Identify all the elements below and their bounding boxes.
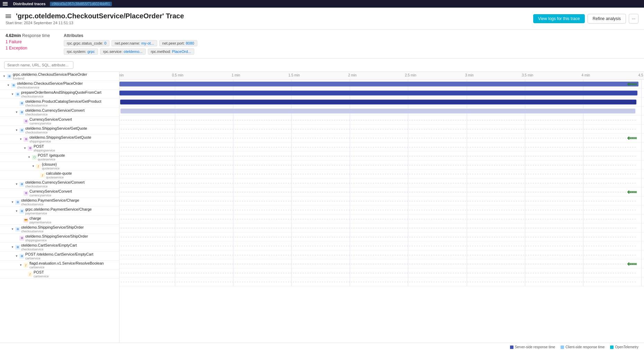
green-arrow-indicator: ⟸ xyxy=(627,188,637,195)
more-options-button[interactable]: ··· xyxy=(629,14,638,24)
timeline-vline xyxy=(641,178,642,187)
view-logs-button[interactable]: View logs for this trace xyxy=(533,14,585,23)
attributes-section: Attributes rpc.grpc.status_code: 0 net.p… xyxy=(64,33,197,55)
span-label-row[interactable]: ▼⊞oteldemo.PaymentService/Chargecheckout… xyxy=(0,198,119,207)
nav-brand[interactable]: Distributed traces xyxy=(13,2,46,6)
span-name: oteldemo.CurrencyService/Convert xyxy=(25,180,84,185)
span-label-row[interactable]: 💳chargepaymentservice xyxy=(0,216,119,225)
span-toggle[interactable]: ▼ xyxy=(11,93,14,96)
span-toggle[interactable]: ▼ xyxy=(15,255,18,258)
span-label-row[interactable]: ▼ƒ{closure}quoteservice xyxy=(0,162,119,171)
span-toggle[interactable]: ▼ xyxy=(15,210,18,213)
time-tick: 4 min xyxy=(582,73,590,77)
time-tick: 1 min xyxy=(232,73,240,77)
span-toggle[interactable]: ▼ xyxy=(15,129,18,132)
span-toggle[interactable]: ▼ xyxy=(7,84,10,87)
span-label-row[interactable]: ▼⬡POST /getquotequoteservice xyxy=(0,153,119,162)
span-icon-gear: ⚙ xyxy=(19,236,24,241)
span-icon-gear: ⚙ xyxy=(24,191,28,196)
span-service: checkoutservice xyxy=(25,113,84,117)
timeline-vline xyxy=(641,89,642,97)
span-label-row[interactable]: ▼⊞grpc.oteldemo.PaymentService/Chargepay… xyxy=(0,207,119,216)
span-label-row[interactable]: ▼⊞POST /oteldemo.CartService/EmptyCartca… xyxy=(0,252,119,261)
span-toggle[interactable]: ▼ xyxy=(19,138,23,141)
span-toggle[interactable]: ▼ xyxy=(19,264,23,267)
attributes-title: Attributes xyxy=(64,33,197,38)
span-toggle[interactable]: ▼ xyxy=(2,75,6,78)
span-toggle[interactable] xyxy=(15,237,18,240)
span-label-row[interactable]: ⚙CurrencyService/Convertcurrencyservice xyxy=(0,189,119,198)
span-toggle[interactable] xyxy=(36,174,39,177)
span-label-row[interactable]: ▼⊞oteldemo.CartService/EmptyCartcheckout… xyxy=(0,243,119,252)
span-label-row[interactable]: ▼⊞oteldemo.CurrencyService/Convertchecko… xyxy=(0,108,119,117)
span-toggle[interactable] xyxy=(19,192,23,195)
span-toggle[interactable]: ▼ xyxy=(11,246,14,249)
failure-stat[interactable]: 1 Failure xyxy=(6,39,50,44)
span-toggle[interactable]: ▼ xyxy=(23,147,27,150)
search-input[interactable] xyxy=(4,61,73,69)
span-text: chargepaymentservice xyxy=(29,216,51,224)
stats-bar: 4.62min Response time 1 Failure 1 Except… xyxy=(0,30,644,58)
span-service: quoteservice xyxy=(42,167,60,171)
span-label-row[interactable]: ▼⚙oteldemo.ShippingService/GetQuoteshipp… xyxy=(0,135,119,144)
span-label-row[interactable]: ƒPOSTcartservice xyxy=(0,270,119,279)
exception-stat[interactable]: 1 Exception xyxy=(6,46,50,50)
span-label-row[interactable]: ▼⊞grpc.oteldemo.CheckoutService/PlaceOrd… xyxy=(0,72,119,81)
span-label-row[interactable]: ▼⊞oteldemo.CurrencyService/Convertchecko… xyxy=(0,180,119,189)
span-toggle[interactable]: ▼ xyxy=(32,165,35,168)
span-empty-line xyxy=(121,129,637,129)
span-label-row[interactable]: ▼⊞oteldemo.ShippingService/ShipOrderchec… xyxy=(0,225,119,234)
refine-analysis-button[interactable]: Refine analysis xyxy=(588,14,626,24)
timeline-panel[interactable]: 0 min0.5 min1 min1.5 min2 min2.5 min3 mi… xyxy=(119,72,644,343)
span-text: oteldemo.ShippingService/GetQuoteshippin… xyxy=(29,135,91,144)
time-tick: 1.5 min xyxy=(288,73,300,77)
span-service: frontend xyxy=(13,77,87,81)
span-icon-service: ⊞ xyxy=(15,245,20,250)
hamburger-icon[interactable] xyxy=(3,2,8,6)
timeline-row xyxy=(119,89,644,98)
span-toggle[interactable]: ▼ xyxy=(11,201,14,204)
span-label-row[interactable]: ▼⊞prepareOrderItemsAndShippingQuoteFromC… xyxy=(0,90,119,99)
attr-badge-4[interactable]: rpc.service: oteldemo... xyxy=(100,48,146,55)
span-text: POST /oteldemo.CartService/EmptyCartcart… xyxy=(25,252,93,260)
span-icon-service: ⊞ xyxy=(19,182,24,187)
span-name: POST /getquote xyxy=(38,153,65,158)
span-toggle[interactable]: ▼ xyxy=(15,111,18,114)
span-toggle[interactable] xyxy=(23,273,27,276)
time-tick: 0 min xyxy=(119,73,124,77)
attr-badge-1[interactable]: net.peer.name: my-ot... xyxy=(111,40,157,46)
span-toggle[interactable] xyxy=(19,219,23,222)
span-label-row[interactable]: ⚙CurrencyService/Convertcurrencyservice xyxy=(0,117,119,126)
span-service: shippingservice xyxy=(34,149,55,153)
span-text: CurrencyService/Convertcurrencyservice xyxy=(29,117,72,126)
span-empty-line xyxy=(121,120,637,120)
span-icon-service: ⊞ xyxy=(11,83,16,88)
span-toggle[interactable] xyxy=(19,120,23,123)
span-label-row[interactable]: ⚙oteldemo.ShippingService/ShipOrdershipp… xyxy=(0,234,119,243)
span-label-row[interactable]: ⊞oteldemo.ProductCatalogService/GetProdu… xyxy=(0,99,119,108)
span-text: grpc.oteldemo.CheckoutService/PlaceOrder… xyxy=(13,72,87,81)
green-arrow-indicator: ⟸ xyxy=(627,135,637,141)
span-text: POST /getquotequoteservice xyxy=(38,153,65,162)
span-toggle[interactable]: ▼ xyxy=(27,156,31,159)
span-label-row[interactable]: ▼⊞oteldemo.CheckoutService/PlaceOrderche… xyxy=(0,81,119,90)
span-service: checkoutservice xyxy=(25,185,84,188)
attr-badge-5[interactable]: rpc.method: PlaceOrd... xyxy=(148,48,194,55)
span-empty-line xyxy=(121,138,637,138)
attr-badge-2[interactable]: net.peer.port: 8080 xyxy=(159,40,197,46)
timeline-vline xyxy=(641,277,642,286)
attr-badge-3[interactable]: rpc.system: grpc xyxy=(64,48,98,55)
span-toggle[interactable]: ▼ xyxy=(11,228,14,231)
span-label-row[interactable]: ƒcalculate-quotequoteservice xyxy=(0,171,119,180)
timeline-vline xyxy=(641,205,642,214)
span-service: cartservice xyxy=(25,257,93,260)
span-label-row[interactable]: ▼ƒflagd.evaluation.v1.Service/ResolveBoo… xyxy=(0,261,119,270)
green-arrow-indicator: ⟸ xyxy=(627,260,637,267)
span-toggle[interactable]: ▼ xyxy=(15,183,18,186)
attr-badge-0[interactable]: rpc.grpc.status_code: 0 xyxy=(64,40,109,46)
timeline-vline xyxy=(641,151,642,160)
span-text: oteldemo.CurrencyService/Convertcheckout… xyxy=(25,108,84,117)
span-label-row[interactable]: ▼⊞oteldemo.ShippingService/GetQuotecheck… xyxy=(0,126,119,135)
span-label-row[interactable]: ▼⚙POSTshippingservice xyxy=(0,144,119,153)
span-toggle[interactable] xyxy=(15,102,18,105)
